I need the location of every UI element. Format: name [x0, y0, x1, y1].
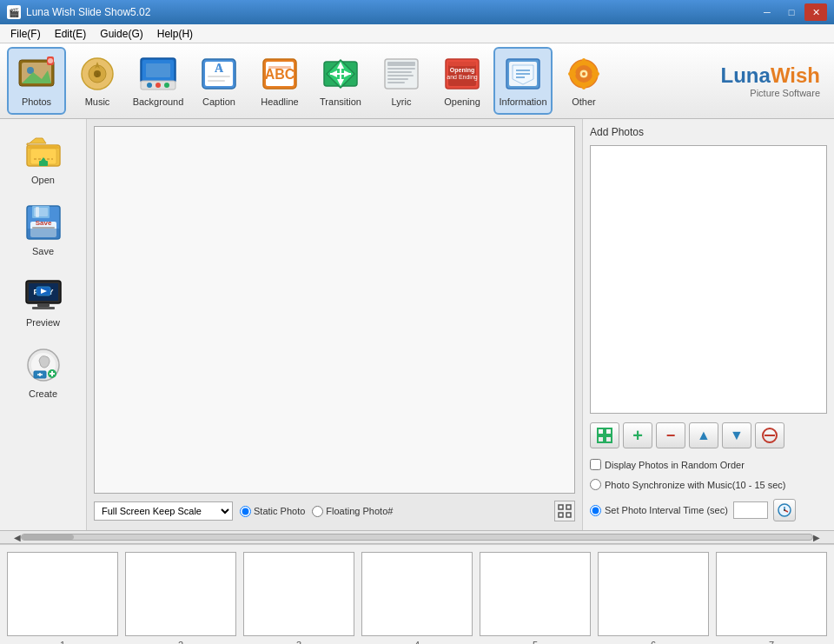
clear-button[interactable]: [755, 422, 784, 448]
preview-icon: PLAY: [23, 274, 63, 314]
information-icon: [504, 55, 542, 93]
film-cell-4: 4: [361, 552, 473, 644]
svg-point-13: [147, 83, 152, 88]
menu-edit[interactable]: Edit(E): [48, 26, 94, 42]
static-photo-radio[interactable]: Static Photo: [240, 506, 305, 517]
photos-list: [590, 145, 827, 414]
svg-rect-93: [566, 505, 571, 509]
caption-icon: A A: [200, 55, 238, 93]
film-num-5: 5: [533, 640, 538, 644]
svg-rect-94: [559, 513, 563, 517]
film-num-1: 1: [60, 640, 65, 644]
save-label: Save: [32, 246, 54, 256]
title-bar: 🎬 Luna Wish Slide Show5.02 ─ □ ✕: [0, 0, 834, 24]
film-thumb-2[interactable]: [125, 552, 236, 636]
film-cell-6: 6: [598, 552, 709, 644]
svg-point-5: [48, 58, 53, 63]
minimize-button[interactable]: ─: [756, 3, 778, 21]
move-up-button[interactable]: ▲: [689, 422, 718, 448]
svg-rect-66: [39, 161, 48, 166]
preview-button[interactable]: PLAY Preview: [9, 270, 78, 331]
toolbar-photos[interactable]: Photos: [7, 47, 66, 115]
save-button[interactable]: Save Save: [9, 199, 78, 260]
add-photo-button[interactable]: +: [623, 422, 652, 448]
logo-wish: Wish: [771, 63, 820, 88]
create-button[interactable]: Create: [9, 342, 78, 402]
open-button[interactable]: Open: [9, 128, 78, 189]
toolbar-transition[interactable]: Transition: [311, 47, 370, 115]
scroll-right-arrow[interactable]: ▶: [813, 533, 820, 542]
logo-subtitle: Picture Software: [750, 88, 820, 98]
svg-rect-40: [387, 78, 408, 80]
save-icon: Save: [23, 202, 63, 242]
sync-music-row: Photo Synchronize with Music(10 - 15 sec…: [590, 477, 827, 492]
toolbar-music[interactable]: ♪ Music: [68, 47, 127, 115]
maximize-button[interactable]: □: [780, 3, 803, 21]
clock-button[interactable]: [773, 499, 796, 521]
preview-area: Full Screen Keep Scale Full Screen Stret…: [87, 119, 582, 530]
toolbar-background[interactable]: Background: [129, 47, 188, 115]
filmstrip: 1 2 3 4 5 6 7: [0, 544, 834, 644]
logo: Luna Wish Picture Software: [721, 63, 827, 98]
film-num-2: 2: [178, 640, 183, 644]
opening-label: Opening: [444, 96, 480, 107]
floating-photo-radio[interactable]: Floating Photo#: [312, 506, 393, 517]
interval-input[interactable]: 10: [733, 501, 768, 519]
information-label: Information: [499, 96, 546, 107]
scroll-left-arrow[interactable]: ◀: [14, 533, 21, 542]
random-order-checkbox[interactable]: [590, 459, 601, 470]
headline-icon: ABC: [261, 55, 299, 93]
sync-music-label[interactable]: Photo Synchronize with Music(10 - 15 sec…: [590, 479, 785, 490]
toolbar-lyric[interactable]: Lyric: [372, 47, 431, 115]
toolbar-other[interactable]: Other: [554, 47, 613, 115]
svg-point-15: [164, 83, 169, 88]
toolbar-caption[interactable]: A A Caption: [189, 47, 248, 115]
svg-text:and Ending: and Ending: [447, 74, 478, 81]
toolbar-headline[interactable]: ABC Headline: [250, 47, 309, 115]
svg-rect-75: [32, 227, 55, 229]
menu-guide[interactable]: Guide(G): [93, 26, 149, 42]
svg-rect-79: [32, 307, 55, 309]
title-bar-left: 🎬 Luna Wish Slide Show5.02: [7, 5, 150, 19]
close-button[interactable]: ✕: [804, 3, 827, 21]
svg-point-63: [582, 72, 586, 76]
svg-rect-96: [598, 428, 604, 435]
film-cell-5: 5: [480, 552, 591, 644]
svg-rect-54: [582, 58, 586, 65]
film-thumb-3[interactable]: [243, 552, 354, 636]
svg-rect-39: [387, 75, 414, 76]
right-panel: Add Photos + − ▲ ▼: [582, 119, 834, 530]
toolbar: Photos ♪ Music Ba: [0, 43, 834, 119]
svg-rect-99: [606, 436, 612, 442]
scroll-track[interactable]: [21, 534, 813, 541]
toolbar-opening[interactable]: Opening and Ending Opening: [433, 47, 492, 115]
interval-label[interactable]: Set Photo Interval Time (sec): [590, 505, 728, 516]
svg-text:♪: ♪: [96, 70, 100, 79]
interval-radio[interactable]: [590, 505, 601, 516]
create-label: Create: [29, 388, 57, 399]
move-down-button[interactable]: ▼: [722, 422, 751, 448]
film-thumb-1[interactable]: [7, 552, 118, 636]
svg-rect-72: [34, 208, 48, 216]
random-order-label[interactable]: Display Photos in Random Order: [590, 459, 745, 470]
svg-rect-26: [268, 66, 291, 69]
opening-icon: Opening and Ending: [443, 55, 481, 93]
preview-canvas: [94, 126, 575, 494]
remove-photo-button[interactable]: −: [656, 422, 685, 448]
film-thumb-7[interactable]: [716, 552, 827, 636]
background-label: Background: [133, 96, 184, 107]
film-num-6: 6: [651, 640, 656, 644]
grid-button[interactable]: [590, 422, 619, 448]
film-thumb-6[interactable]: [598, 552, 709, 636]
sync-music-radio[interactable]: [590, 479, 601, 490]
svg-text:Opening: Opening: [450, 67, 474, 74]
svg-text:A: A: [215, 62, 224, 75]
toolbar-information[interactable]: Information: [493, 47, 553, 115]
menu-help[interactable]: Help(H): [150, 26, 200, 42]
fullscreen-button[interactable]: [554, 501, 575, 521]
scale-select[interactable]: Full Screen Keep Scale Full Screen Stret…: [94, 501, 233, 521]
preview-label: Preview: [26, 317, 60, 328]
menu-file[interactable]: File(F): [3, 26, 48, 42]
film-thumb-5[interactable]: [480, 552, 591, 636]
film-thumb-4[interactable]: [361, 552, 473, 636]
